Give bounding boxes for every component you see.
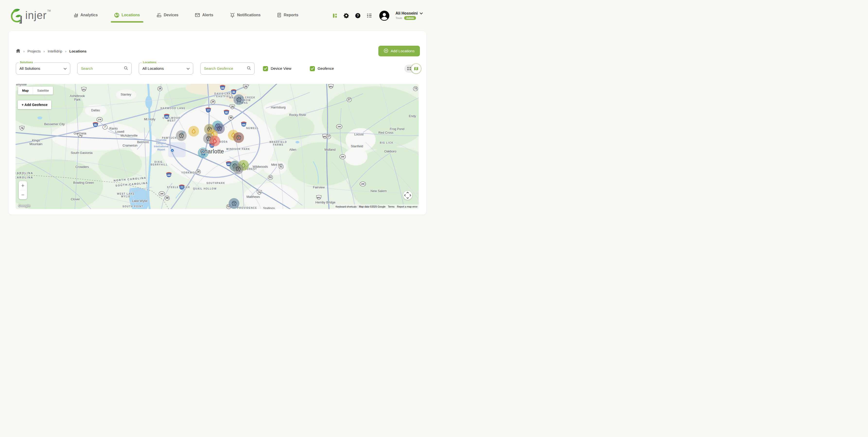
breadcrumb-projects[interactable]: Projects: [27, 49, 40, 53]
nav-item-locations[interactable]: Locations: [114, 10, 141, 21]
user-block: Ali Hosseini Touio Admin: [395, 11, 423, 20]
device-marker-meter[interactable]: [198, 148, 209, 158]
user-name: Ali Hosseini: [395, 11, 418, 15]
avatar[interactable]: [379, 11, 389, 21]
airport-icon: ✈: [170, 149, 175, 153]
breadcrumb: › Projects › Intellidrip › Locations: [16, 49, 87, 54]
logo-text: injer: [25, 7, 46, 23]
map-data-credit: Map data ©2025 Google: [358, 206, 386, 208]
geofence-checkbox[interactable]: Geofence: [310, 66, 334, 71]
router-icon: [156, 13, 162, 18]
breadcrumb-locations: Locations: [69, 49, 87, 53]
check-icon: [310, 66, 315, 71]
device-marker-meter[interactable]: [229, 198, 239, 209]
filters-row: Solutions All Solutions Search Locations…: [16, 62, 420, 75]
terms-link[interactable]: Terms: [386, 206, 396, 208]
nav-item-notifications[interactable]: Notifications: [229, 10, 261, 21]
plus-circle-icon: [384, 49, 388, 54]
logo-trademark: TM: [47, 9, 51, 12]
app-logo[interactable]: injer TM: [10, 7, 61, 24]
device-marker-meter[interactable]: [233, 132, 244, 143]
device-marker-droplet[interactable]: [188, 126, 199, 136]
nav-item-devices[interactable]: Devices: [156, 10, 179, 21]
google-logo: Google: [18, 204, 30, 208]
nav-item-reports[interactable]: Reports: [277, 10, 299, 21]
bar-chart-icon: [73, 13, 78, 18]
globe-icon: [114, 13, 119, 18]
geofence-search-input[interactable]: Search Geofence: [200, 62, 255, 74]
search-icon: [124, 66, 128, 71]
active-tab-underline: [111, 21, 143, 23]
locations-select[interactable]: Locations All Locations: [139, 62, 193, 74]
map-canvas[interactable]: enyvilleStanleyAshebrook ParkDallasMt Ho…: [16, 84, 419, 209]
chevron-down-icon: [420, 11, 423, 15]
map-type-control: Map Satellite: [18, 87, 53, 95]
add-locations-button[interactable]: Add Locations: [378, 46, 420, 56]
device-marker-meter[interactable]: [233, 163, 244, 174]
search-icon: [247, 66, 251, 71]
user-menu[interactable]: Ali Hosseini: [395, 11, 423, 15]
map-icon: [414, 67, 418, 71]
topbar-actions: ? Ali Hosseini Touio Admin: [332, 11, 423, 21]
device-marker-meter[interactable]: [176, 130, 187, 141]
breadcrumb-intellidrip[interactable]: Intellidrip: [48, 49, 62, 53]
solutions-select[interactable]: Solutions All Solutions: [16, 62, 70, 74]
keyboard-shortcuts-link[interactable]: Keyboard shortcuts: [334, 206, 358, 208]
user-org: Touio: [395, 17, 402, 20]
map-attribution: Keyboard shortcuts Map data ©2025 Google…: [334, 205, 419, 209]
zoom-in-button[interactable]: +: [19, 181, 27, 190]
grid-view-icon[interactable]: [407, 67, 411, 70]
envelope-icon: [195, 13, 200, 17]
dashboard-layout-icon[interactable]: [332, 13, 338, 18]
nav-item-alerts[interactable]: Alerts: [194, 10, 214, 21]
pan-control[interactable]: [403, 191, 412, 200]
chevron-down-icon: [187, 66, 190, 71]
add-geofence-button[interactable]: + Add Geofence: [18, 100, 51, 109]
nav-item-analytics[interactable]: Analytics: [73, 10, 98, 21]
map-markers-layer: [16, 84, 419, 209]
ginjer-logo-mark: [10, 7, 25, 24]
map-zoom-control: + −: [19, 181, 27, 199]
help-icon[interactable]: ?: [355, 13, 360, 18]
device-marker-meter[interactable]: [234, 94, 244, 105]
chevron-down-icon: [64, 66, 67, 71]
map-type-satellite[interactable]: Satellite: [33, 87, 53, 95]
report-icon: [277, 13, 281, 18]
gear-icon[interactable]: [344, 13, 349, 18]
search-input[interactable]: Search: [77, 62, 132, 74]
apps-grid-icon[interactable]: [367, 13, 372, 18]
view-mode-toggle: [404, 65, 420, 73]
content-card: › Projects › Intellidrip › Locations Add…: [8, 31, 426, 215]
top-bar: injer TM Analytics Locations: [0, 0, 434, 31]
role-badge: Admin: [404, 16, 416, 20]
map-view-button[interactable]: [411, 64, 421, 73]
bell-icon: [230, 13, 235, 18]
report-map-error-link[interactable]: Report a map error: [396, 206, 419, 208]
device-marker-droplet[interactable]: [210, 136, 220, 146]
main-nav: Analytics Locations: [73, 10, 299, 21]
zoom-out-button[interactable]: −: [19, 190, 27, 199]
device-view-checkbox[interactable]: Device View: [263, 66, 291, 71]
map-type-map[interactable]: Map: [18, 87, 33, 95]
check-icon: [263, 66, 268, 71]
home-icon[interactable]: [16, 49, 21, 54]
